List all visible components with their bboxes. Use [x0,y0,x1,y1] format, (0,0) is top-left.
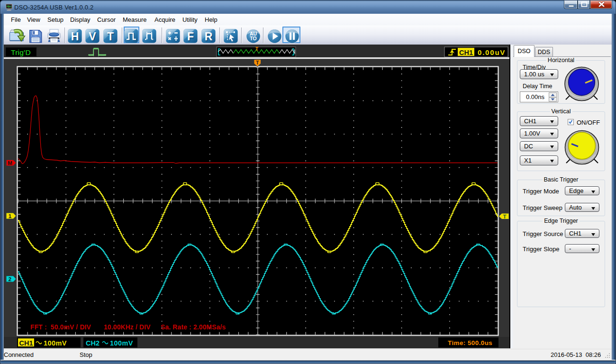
svg-text:Sa. Rate : 2.00MSa/s: Sa. Rate : 2.00MSa/s [161,324,226,331]
svg-text:CH1: CH1 [459,49,473,56]
svg-text:T: T [256,60,259,65]
svg-text:2: 2 [9,276,11,282]
svg-text:M: M [8,160,12,166]
svg-text:F: F [187,30,194,43]
svg-text:H: H [71,30,79,43]
svg-text:Time: 500.0us: Time: 500.0us [448,339,492,346]
svg-text:T: T [255,46,258,52]
svg-text:T: T [107,30,114,43]
svg-text:TO: TO [250,36,256,41]
svg-text:10.00KHz / DIV: 10.00KHz / DIV [104,324,151,331]
svg-text:0.00uV: 0.00uV [478,48,506,56]
svg-text:CH2: CH2 [86,339,100,347]
svg-text:R: R [205,30,213,43]
svg-text:100mV: 100mV [110,339,133,347]
svg-text:FFT : 50.0mV / DIV: FFT : 50.0mV / DIV [30,324,91,331]
svg-text:T: T [503,214,506,219]
svg-text:1: 1 [9,213,12,219]
svg-text:Trig'D: Trig'D [11,48,31,56]
svg-text:V: V [89,30,96,43]
svg-text:CH1: CH1 [19,339,33,347]
svg-text:100mV: 100mV [44,339,67,347]
